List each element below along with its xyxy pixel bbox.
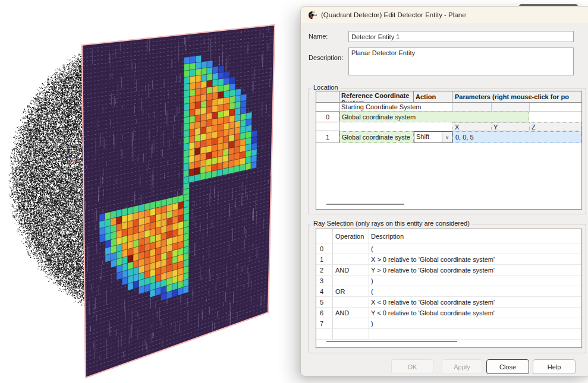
ok-button[interactable]: OK: [391, 359, 433, 374]
ray-row5-description: X < 0 relative to 'Global coordinate sys…: [371, 299, 579, 306]
location-starting-row[interactable]: Starting Coordinate System: [339, 103, 452, 112]
ray-row1-description: X > 0 relative to 'Global coordinate sys…: [371, 256, 579, 263]
ray-row1-index: 1: [320, 256, 323, 263]
close-button[interactable]: Close: [486, 359, 529, 374]
location-header-index: [316, 91, 339, 103]
location-starting-z: [529, 103, 581, 112]
help-button[interactable]: Help: [533, 359, 576, 374]
ray-header-description[interactable]: Description: [371, 233, 490, 240]
ray-row2-index: 2: [320, 267, 323, 274]
location-row1-action-dropdown[interactable]: Shift ∨: [414, 131, 452, 143]
edit-detector-entity-dialog: (Quadrant Detector) Edit Detector Entity…: [300, 6, 588, 376]
ray-selection-table: Operation Description 0 ( 1 X > 0 relati…: [316, 229, 582, 348]
location-header-reference[interactable]: Reference Coordinate System: [339, 91, 414, 103]
ray-row-divider: [316, 328, 581, 329]
apply-button[interactable]: Apply: [442, 359, 482, 374]
location-starting-y: [491, 103, 529, 112]
detector-dialog-icon: [308, 11, 317, 20]
location-row1-reference[interactable]: Global coordinate syste: [339, 131, 414, 143]
ray-row3-description: ): [371, 277, 579, 284]
ray-row-divider: [316, 264, 581, 265]
ray-row4-index: 4: [320, 288, 323, 295]
location-row1-index: 1: [316, 131, 339, 143]
location-subheader-x: X: [452, 122, 492, 131]
ray-selection-scrollbar[interactable]: [326, 341, 457, 342]
location-index-spacer2: [316, 122, 339, 131]
ray-header-divider: [316, 243, 581, 243]
ray-row0-index: 0: [320, 245, 323, 252]
ray-col-divider-2: [369, 229, 369, 339]
name-label: Name:: [309, 33, 328, 40]
ray-row-divider: [316, 307, 581, 308]
ray-row-divider: [316, 286, 581, 286]
location-table: Reference Coordinate System Action Param…: [316, 91, 582, 210]
dialog-titlebar[interactable]: (Quadrant Detector) Edit Detector Entity…: [301, 7, 588, 23]
ray-col-divider-1: [332, 229, 333, 339]
description-label: Description:: [309, 54, 343, 61]
ray-row-divider: [316, 339, 581, 340]
ray-row6-index: 6: [320, 309, 323, 316]
ray-row4-operation: OR: [335, 288, 345, 295]
ray-row7-description: ): [371, 320, 579, 327]
location-header-action[interactable]: Action: [414, 91, 452, 103]
location-starting-x: [452, 103, 491, 112]
detector-3d-viewport[interactable]: [0, 0, 300, 383]
ray-row7-index: 7: [320, 320, 323, 327]
ray-row-divider: [316, 296, 581, 297]
ray-selection-group-label: Ray Selection (only rays on this entity …: [311, 220, 472, 227]
location-row0-reference[interactable]: Global coordinate system: [339, 112, 529, 122]
location-header-parameters[interactable]: Parameters (right mouse-click for po: [452, 91, 581, 103]
ray-row2-description: Y > 0 relative to 'Global coordinate sys…: [371, 267, 579, 274]
ray-row0-description: (: [371, 245, 579, 252]
description-input[interactable]: Planar Detector Entity: [348, 48, 574, 75]
dialog-title: (Quadrant Detector) Edit Detector Entity…: [321, 11, 466, 18]
location-row1-action-value: Shift: [414, 132, 442, 143]
ray-row-divider: [316, 254, 581, 254]
location-index-spacer: [316, 103, 339, 112]
ray-row6-operation: AND: [335, 309, 349, 316]
location-row0-index: 0: [316, 112, 339, 122]
location-group-label: Location: [311, 84, 341, 91]
ray-row-divider: [316, 318, 581, 318]
ray-row6-description: Y < 0 relative to 'Global coordinate sys…: [371, 309, 579, 316]
ray-row2-operation: AND: [335, 267, 349, 274]
ray-row3-index: 3: [320, 277, 323, 284]
location-subheader-z: Z: [529, 122, 581, 131]
ray-row4-description: (: [371, 288, 579, 295]
chevron-down-icon[interactable]: ∨: [442, 132, 452, 143]
name-input[interactable]: [348, 31, 574, 42]
location-subheader-y: Y: [491, 122, 530, 131]
ray-row5-index: 5: [320, 299, 323, 306]
ray-header-operation[interactable]: Operation: [335, 233, 367, 240]
location-scrollbar[interactable]: [326, 204, 404, 205]
screenshot-root: { "window": { "title": "(Quadrant Detect…: [0, 0, 588, 383]
ray-row-divider: [316, 275, 581, 276]
location-row1-parameters[interactable]: 0, 0, 5: [452, 131, 581, 143]
